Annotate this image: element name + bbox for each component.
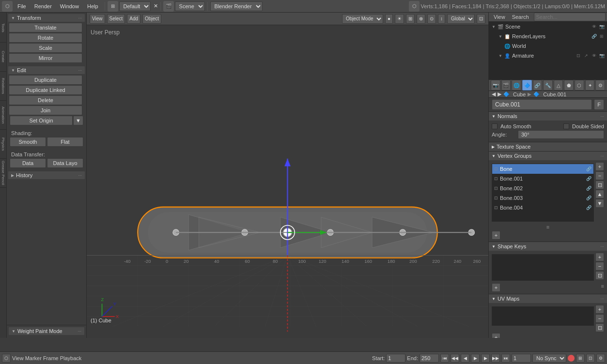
marker-label[interactable]: Marker — [25, 355, 42, 361]
arm-icon4[interactable]: 📷 — [598, 52, 605, 59]
outliner-search-input[interactable] — [534, 13, 606, 21]
create-tab[interactable]: Create — [0, 43, 7, 72]
playback-label[interactable]: Playback — [60, 355, 82, 361]
data-layo-btn[interactable]: Data Layo — [47, 158, 83, 168]
vp-view-btn[interactable]: View — [90, 14, 105, 24]
props-data-btn[interactable]: △ — [554, 80, 563, 91]
renderlayers-icon1[interactable]: 🔗 — [591, 33, 597, 40]
normals-header[interactable]: ▼ Normals ··· — [489, 112, 607, 121]
vg-bone002[interactable]: ⊡ Bone.002 🔗 — [492, 183, 593, 193]
auto-smooth-checkbox[interactable] — [492, 123, 498, 129]
transform-header[interactable]: ▼ Transform ··· — [8, 14, 85, 22]
tl-prev-frame[interactable]: ◀ — [461, 354, 469, 363]
vertex-groups-header[interactable]: ▼ Vertex Groups ··· — [489, 152, 607, 160]
scene-render-icon[interactable]: 📷 — [598, 23, 605, 30]
vp-pivot-icon[interactable]: ⊙ — [427, 14, 436, 24]
obj-name-f-btn[interactable]: F — [594, 99, 604, 110]
props-particles-btn[interactable]: ✦ — [585, 80, 595, 91]
props-constraints-btn[interactable]: 🔗 — [533, 80, 543, 91]
texture-space-header[interactable]: ▶ Texture Space — [489, 142, 607, 151]
frame-label[interactable]: Frame — [43, 355, 59, 361]
smooth-btn[interactable]: Smooth — [10, 137, 46, 147]
join-btn[interactable]: Join — [9, 106, 82, 115]
global-select[interactable]: Global — [447, 14, 475, 24]
vg-up-btn[interactable]: ▲ — [595, 190, 604, 198]
mirror-btn[interactable]: Mirror — [9, 53, 82, 63]
tree-item-renderlayers[interactable]: ▼ 📋 RenderLayers 🔗 ⊞ — [489, 31, 607, 41]
props-object-btn[interactable]: 🔷 — [522, 80, 532, 91]
duplicate-btn[interactable]: Duplicate — [9, 75, 82, 85]
uv-add-btn[interactable]: + — [595, 305, 604, 314]
arm-icon2[interactable]: ↗ — [583, 52, 590, 59]
props-material-btn[interactable]: ⬟ — [564, 80, 574, 91]
current-frame-input[interactable] — [512, 354, 531, 363]
shape-keys-header[interactable]: ▼ Shape Keys ··· — [489, 242, 607, 251]
menu-window[interactable]: Window — [56, 2, 83, 10]
bc-cube-name[interactable]: Cube — [513, 91, 526, 97]
layout-select[interactable]: Default — [119, 1, 151, 11]
set-origin-btn[interactable]: Set Origin — [10, 116, 73, 125]
animation-tab[interactable]: Animation — [0, 101, 7, 130]
view-label[interactable]: View — [12, 355, 24, 361]
delete-btn[interactable]: Delete — [9, 95, 82, 105]
breadcrumb-back[interactable]: ◀ — [492, 91, 496, 97]
uv-eq-btn[interactable]: + — [492, 333, 500, 338]
sk-spec-btn[interactable]: ⊡ — [595, 271, 604, 280]
breadcrumb-forward[interactable]: ▶ — [498, 91, 501, 97]
vp-object-btn[interactable]: Object — [142, 14, 161, 24]
translate-btn[interactable]: Translate — [9, 23, 82, 32]
tree-item-world[interactable]: 🌐 World — [489, 41, 607, 51]
uv-spec-btn[interactable]: ⊡ — [595, 323, 604, 332]
vp-layer-icon[interactable]: ⊡ — [477, 14, 485, 24]
vg-bone004[interactable]: ⊡ Bone.004 🔗 — [492, 203, 593, 212]
tl-next-frame[interactable]: ▶ — [481, 354, 490, 363]
sk-eq-btn[interactable]: + — [492, 283, 500, 292]
history-header[interactable]: ▶ History ··· — [8, 171, 85, 179]
vg-bone001[interactable]: ⊡ Bone.001 🔗 — [492, 174, 593, 183]
menu-help[interactable]: Help — [83, 2, 102, 10]
tl-jump-end[interactable]: ⏭ — [501, 354, 510, 363]
tl-record-btn[interactable] — [568, 355, 575, 362]
menu-file[interactable]: File — [14, 2, 30, 10]
layout-icon[interactable]: ⊞ — [108, 1, 118, 12]
vp-render-icon[interactable]: ☀ — [395, 14, 404, 24]
mode-select[interactable]: Object Mode — [342, 14, 383, 24]
props-world-btn[interactable]: 🌐 — [512, 80, 521, 91]
vg-down-btn[interactable]: ▼ — [595, 199, 604, 208]
physics-tab[interactable]: Physics — [0, 130, 7, 159]
grease-pencil-tab[interactable]: Grease Pencil — [0, 159, 7, 188]
relations-tab[interactable]: Relations — [0, 72, 7, 101]
props-physics-btn[interactable]: ⚙ — [595, 80, 605, 91]
tl-jump-start[interactable]: ⏮ — [440, 354, 449, 363]
tree-item-scene[interactable]: ▼ 🎬 Scene 👁 📷 — [489, 22, 607, 31]
vg-spec-btn[interactable]: ⊡ — [595, 181, 604, 189]
props-modifiers-btn[interactable]: 🔧 — [543, 80, 553, 91]
vp-grid-icon[interactable]: ⊞ — [406, 14, 415, 24]
tl-extra2[interactable]: ⊡ — [586, 354, 595, 363]
vg-add-btn[interactable]: + — [595, 162, 604, 171]
duplicate-linked-btn[interactable]: Duplicate Linked — [9, 85, 82, 95]
bc-cube001-name[interactable]: Cube.001 — [543, 91, 566, 97]
angle-input[interactable]: 30° — [518, 130, 604, 139]
props-texture-btn[interactable]: ⬡ — [575, 80, 584, 91]
vg-remove-btn[interactable]: − — [595, 171, 604, 180]
sk-add-btn[interactable]: + — [595, 253, 604, 261]
props-render-btn[interactable]: 📷 — [491, 80, 500, 91]
rotate-btn[interactable]: Rotate — [9, 33, 82, 43]
vp-add-btn[interactable]: Add — [127, 14, 140, 24]
tl-extra1[interactable]: ⊞ — [576, 354, 585, 363]
tl-play[interactable]: ▶ — [471, 354, 480, 363]
vg-add-bottom[interactable]: + — [492, 231, 500, 240]
outliner-view-btn[interactable]: View — [492, 14, 507, 20]
outliner-search-btn[interactable]: Search — [510, 14, 531, 20]
arm-icon1[interactable]: ⊡ — [575, 52, 582, 59]
edit-header[interactable]: ▼ Edit ··· — [8, 66, 85, 74]
tl-extra3[interactable]: ⚙ — [596, 354, 605, 363]
vg-bone[interactable]: ⊡ Bone 🔗 — [492, 164, 593, 174]
double-sided-checkbox[interactable] — [563, 123, 569, 129]
scene-select[interactable]: Scene — [175, 1, 205, 11]
props-scene-btn[interactable]: 🎬 — [501, 80, 511, 91]
tl-prev-key[interactable]: ◀◀ — [451, 354, 459, 363]
sk-remove-btn[interactable]: − — [595, 262, 604, 271]
obj-name-input[interactable] — [492, 99, 592, 110]
